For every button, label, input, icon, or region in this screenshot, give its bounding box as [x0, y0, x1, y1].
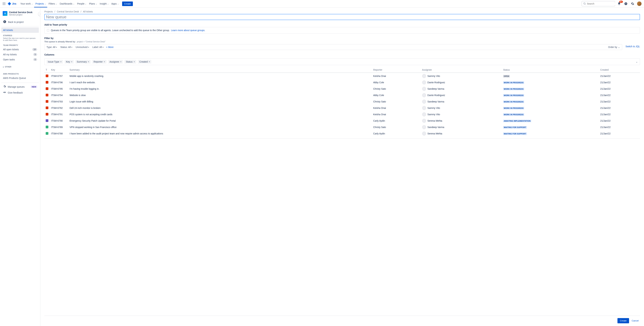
issue-assignee[interactable]: Serena Mehta — [422, 119, 500, 123]
issue-summary[interactable]: Emergency Security Patch Update for Port… — [68, 118, 372, 124]
filter-chip[interactable]: Label: All ▾ — [92, 46, 104, 48]
sidebar-queue-item[interactable]: All open tickets19 — [1, 47, 39, 52]
nav-your-work[interactable]: Your work⌄ — [19, 0, 34, 8]
table-row[interactable]: ITSM-6792Dell 24 inch monitor is brokenK… — [44, 105, 640, 111]
issue-key[interactable]: ITSM-6793 — [50, 98, 68, 105]
issue-summary[interactable]: Dell 24 inch monitor is broken — [68, 105, 372, 111]
issue-key[interactable]: ITSM-6791 — [50, 111, 68, 118]
filter-chip[interactable]: Status: All ▾ — [60, 46, 72, 48]
column-header[interactable]: Reporter — [372, 67, 421, 73]
breadcrumb-item[interactable]: Central Service Desk — [57, 10, 79, 13]
more-filters[interactable]: + More — [106, 46, 114, 48]
table-row[interactable]: ITSM-6795I'm having trouble logging in.C… — [44, 86, 640, 92]
breadcrumb-item[interactable]: Projects — [44, 10, 53, 13]
remove-column-icon[interactable]: × — [71, 60, 72, 63]
table-row[interactable]: ITSM-6794Website is slowAbby ColeDante R… — [44, 92, 640, 98]
filter-chip[interactable]: Unresolved ▾ — [76, 46, 89, 48]
nav-dashboards[interactable]: Dashboards⌄ — [58, 0, 76, 8]
table-row[interactable]: ITSM-6793Login issue with BillingChristy… — [44, 98, 640, 105]
queue-name-input[interactable] — [44, 14, 640, 20]
search-input[interactable] — [587, 2, 616, 5]
search-box[interactable] — [582, 1, 615, 7]
jira-logo[interactable]: Jira — [8, 2, 16, 6]
remove-column-icon[interactable]: × — [88, 60, 89, 63]
issue-assignee[interactable]: Dante Rodriguez — [422, 80, 500, 84]
column-header[interactable]: Created — [599, 67, 640, 73]
gear-icon — [3, 85, 6, 88]
issue-key[interactable]: ITSM-6796 — [50, 79, 68, 86]
svg-point-0 — [3, 3, 3, 3]
remove-column-icon[interactable]: × — [149, 60, 150, 63]
nav-plans[interactable]: Plans⌄ — [88, 0, 98, 8]
give-feedback[interactable]: Give feedback — [1, 90, 39, 96]
column-header[interactable]: Key — [50, 67, 68, 73]
column-header[interactable]: Assignee — [421, 67, 502, 73]
table-row[interactable]: ITSM-6789VPN stopped working in San Fran… — [44, 124, 640, 130]
table-row[interactable]: ITSM-6788I have been added to the audit … — [44, 130, 640, 137]
issue-assignee[interactable]: Sammy Vito — [422, 106, 500, 110]
team-priority-checkbox[interactable] — [47, 29, 49, 32]
all-tickets[interactable]: All tickets — [1, 28, 39, 33]
learn-more-link[interactable]: Learn more about queue groups. — [171, 29, 205, 32]
issue-key[interactable]: ITSM-6790 — [50, 118, 68, 124]
nav-insight[interactable]: Insight⌄ — [98, 0, 110, 8]
app-switcher-icon[interactable] — [2, 2, 6, 6]
issue-type-icon — [46, 132, 48, 135]
issue-assignee[interactable]: Sandeep Varma — [422, 87, 500, 91]
remove-column-icon[interactable]: × — [120, 60, 122, 63]
issue-assignee[interactable]: Sandeep Varma — [422, 100, 500, 104]
columns-dropdown-icon[interactable]: ⌄ — [636, 60, 638, 63]
create-button[interactable]: Create — [122, 2, 133, 6]
issue-assignee[interactable]: Sammy Vito — [422, 74, 500, 78]
other-group[interactable]: ▸OTHER — [1, 64, 39, 69]
create-queue-button[interactable]: Create — [618, 318, 629, 323]
help-icon[interactable]: ? — [623, 1, 628, 7]
remove-column-icon[interactable]: × — [60, 60, 62, 63]
issue-key[interactable]: ITSM-6792 — [50, 105, 68, 111]
issue-summary[interactable]: Website is slow — [68, 92, 372, 98]
nav-apps[interactable]: Apps⌄ — [110, 0, 120, 8]
issue-key[interactable]: ITSM-6797 — [50, 73, 68, 79]
table-row[interactable]: ITSM-6790Emergency Security Patch Update… — [44, 118, 640, 124]
issue-summary[interactable]: I'm having trouble logging in. — [68, 86, 372, 92]
nav-filters[interactable]: Filters⌄ — [47, 0, 58, 8]
cancel-button[interactable]: Cancel — [632, 318, 639, 323]
switch-to-jql[interactable]: Switch to JQL — [626, 45, 640, 48]
issue-key[interactable]: ITSM-6794 — [50, 92, 68, 98]
issue-assignee[interactable]: Serena Mehta — [422, 131, 500, 135]
issue-key[interactable]: ITSM-6789 — [50, 124, 68, 130]
issue-assignee[interactable]: Dante Rodriguez — [422, 93, 500, 97]
issue-summary[interactable]: VPN stopped working in San Francisco off… — [68, 124, 372, 130]
issue-assignee[interactable]: Sammy Vito — [422, 112, 500, 116]
back-to-project[interactable]: Back to project — [1, 19, 39, 25]
order-by-dropdown[interactable]: Order by⌄ — [608, 46, 620, 48]
issue-summary[interactable]: Login issue with Billing — [68, 98, 372, 105]
issue-summary[interactable]: I have been added to the audit project t… — [68, 130, 372, 137]
nav-people[interactable]: People⌄ — [76, 0, 88, 8]
sidebar-queue-item[interactable]: Open tasks0 — [1, 57, 39, 62]
filter-chip[interactable]: Type: All ▾ — [46, 46, 57, 48]
issue-summary[interactable]: I can't reach the website. — [68, 79, 372, 86]
settings-icon[interactable] — [630, 1, 635, 7]
notifications-icon[interactable]: 9+ — [616, 1, 622, 7]
column-header[interactable]: T — [44, 67, 50, 73]
issue-assignee[interactable]: Sandeep Varma — [422, 125, 500, 129]
remove-column-icon[interactable]: × — [134, 60, 135, 63]
remove-column-icon[interactable]: × — [104, 60, 105, 63]
column-header[interactable]: Summary — [68, 67, 372, 73]
column-header[interactable]: Status — [502, 67, 599, 73]
issue-summary[interactable]: POS system is not accepting credit cards — [68, 111, 372, 118]
project-header[interactable]: Central Service Desk Service project — [1, 10, 39, 17]
nav-projects[interactable]: Projects⌄ — [34, 0, 47, 8]
aws-products-queue[interactable]: AWS Products Queue — [1, 76, 39, 81]
manage-queues[interactable]: Manage queues NEW — [1, 84, 39, 90]
issue-summary[interactable]: Mobile app is randomly crashing. — [68, 73, 372, 79]
issue-key[interactable]: ITSM-6788 — [50, 130, 68, 137]
table-row[interactable]: ITSM-6791POS system is not accepting cre… — [44, 111, 640, 118]
breadcrumb-item[interactable]: All tickets — [83, 10, 93, 13]
issue-key[interactable]: ITSM-6795 — [50, 86, 68, 92]
table-row[interactable]: ITSM-6797Mobile app is randomly crashing… — [44, 73, 640, 79]
sidebar-queue-item[interactable]: All my tickets5 — [1, 52, 39, 57]
profile-avatar[interactable] — [636, 1, 642, 7]
table-row[interactable]: ITSM-6796I can't reach the website.Abby … — [44, 79, 640, 86]
